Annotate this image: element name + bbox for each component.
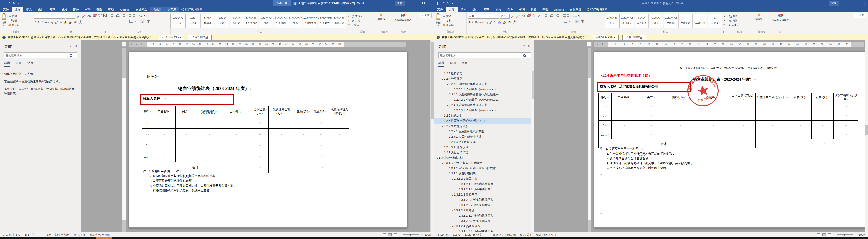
enclose-characters-button[interactable]: 字 [512,20,518,24]
table-cell[interactable]: ↵ [222,129,251,140]
table-cell[interactable]: ↵ [756,130,789,139]
minimize-button[interactable] [849,2,852,5]
font-name-box[interactable]: 宋体▾ [468,13,499,19]
nav-tab-结果[interactable]: 结果 [462,61,467,67]
find-button[interactable]: 查找▾ [728,14,740,19]
ribbon-tab-邮件[interactable]: 邮件 [504,7,516,12]
underline-button[interactable]: U▾ [40,20,44,24]
table-cell[interactable]: ↵ [789,130,811,139]
nav-heading-item[interactable]: 1.2.9 失信自律情况 [434,150,531,155]
signin-button[interactable]: 登录 [829,1,839,6]
tree-expand-icon[interactable]: ◢ [446,92,449,97]
ribbon-tab-布局[interactable]: 布局 [47,7,58,12]
align-center-button[interactable] [114,19,119,24]
zoom-slider-thumb[interactable] [844,234,845,236]
numbering-button[interactable]: 1▾ [115,13,121,18]
shading-button[interactable]: A [73,20,78,24]
zoom-out-button[interactable]: − [833,233,835,236]
table-cell[interactable]: ↵ [222,140,251,151]
print-layout-icon[interactable] [823,233,826,236]
table-cell[interactable]: ……↵ [598,130,612,139]
shrink-font-button[interactable]: A▼ [81,13,86,18]
table-cell[interactable]: ↵ [222,117,251,129]
table-cell[interactable]: ↵ [665,130,696,139]
status-page-number[interactable]: 第 114 页, 共 212 页 [437,233,461,237]
table-cell[interactable]: 2↵ [598,111,612,121]
ribbon-tab-表布局[interactable]: 表布局 [165,7,179,12]
text-effects-button[interactable]: A▾ [493,20,497,24]
find-button[interactable]: 查找▾ [350,14,363,19]
table-cell[interactable]: ↵ [789,102,811,111]
table-cell[interactable]: ↵ [251,140,269,151]
table-cell[interactable]: ↵ [756,111,789,121]
share-button[interactable]: 共享 [420,13,432,18]
table-cell[interactable]: ↵ [197,129,222,140]
style-chip-表内文字[interactable]: AaBbCcDd表内文字 [620,14,634,28]
search-dropdown-icon[interactable]: ⌄ [73,54,76,57]
table-cell[interactable]: 2↵ [142,129,154,140]
select-button[interactable]: 选择▾ [350,23,363,27]
read-mode-icon[interactable] [817,233,820,236]
tree-expand-icon[interactable]: ◢ [446,171,449,176]
table-cell[interactable]: ↵ [811,121,833,130]
superscript-button[interactable]: x2 [489,20,493,24]
zoom-slider[interactable] [837,234,853,235]
table-cell[interactable]: ↵ [175,140,197,151]
font-size-box[interactable]: ▾ [66,13,75,19]
horizontal-ruler[interactable]: 4224681012141618202224262830323436384042… [594,42,864,47]
table-cell[interactable]: ↵ [834,121,858,130]
table-cell[interactable]: ↵ [731,130,756,139]
table-cell[interactable]: ↵ [175,129,197,140]
change-case-button[interactable]: Aa▾ [521,13,527,18]
font-color-button[interactable]: A▾ [68,20,73,24]
table-cell[interactable]: ↵ [696,111,731,121]
ribbon-tab-审阅[interactable]: 审阅 [516,7,528,12]
zoom-percent[interactable]: 100% [859,233,866,236]
dialog-launcher-icon[interactable] [346,31,348,33]
tree-expand-icon[interactable]: ◢ [441,161,444,166]
nav-close-icon[interactable]: ✕ [528,44,530,48]
table-cell[interactable]: ↵ [330,140,349,151]
paragraph-shading-button[interactable]: ◇▾ [574,19,580,24]
ribbon-tab-开始[interactable]: 开始 [446,7,458,12]
table-header-cell[interactable]: 合同编号↵ [222,106,251,117]
get-genuine-office-button[interactable]: 获取正版 Office [159,35,184,40]
nav-heading-item[interactable]: 1.2.3 银行资信 [434,71,531,76]
style-chip-副标题[interactable]: AaBbC副标题 [229,14,244,28]
justify-button[interactable] [558,19,563,24]
table-header-cell[interactable]: 发票代码↵ [789,93,811,102]
table-cell[interactable]: ↵ [811,111,833,121]
align-center-button[interactable] [549,19,553,24]
learn-more-button[interactable]: 了解详细信息 [622,35,646,40]
copy-button[interactable]: 复制 [442,19,455,23]
dialog-launcher-icon[interactable] [539,31,541,33]
table-cell[interactable]: 3↵ [142,140,154,151]
table-cell[interactable]: ↵ [638,111,665,121]
table-header-cell[interactable]: 合同金额 （万元）↵ [251,106,269,117]
style-chip-明显参考[interactable]: AABBCCDDE明显参考 [318,14,332,28]
change-case-button[interactable]: Aa▾ [87,13,92,18]
style-chip-无间隔[interactable]: AaBbCcDd无间隔 [664,14,678,28]
shading-button[interactable]: A [507,20,512,24]
table-cell[interactable]: ↵ [294,129,312,140]
ribbon-tab-插入[interactable]: 插入 [458,7,469,12]
table-cell[interactable]: ↵ [294,151,312,162]
nav-heading-item[interactable]: 1.2.7.3 相关制度文本 [434,139,531,145]
table-header-cell[interactable]: 发票开具金额（万元）↵ [756,93,789,102]
numbering-button[interactable]: 1▾ [549,13,555,18]
increase-indent-button[interactable]: ⇥ [132,13,138,18]
dialog-launcher-icon[interactable] [168,31,170,33]
table-cell[interactable]: ↵ [731,111,756,121]
zoom-slider-thumb[interactable] [410,234,411,236]
table-cell[interactable]: ↵ [756,102,789,111]
table-header-cell[interactable]: 收款方纳税人识别号↵ [834,93,858,102]
styles-gallery-arrows[interactable]: ▲▼▬ [722,14,726,28]
table-cell[interactable]: ↵ [731,121,756,130]
redo-icon[interactable]: ↻ [447,2,450,5]
zoom-out-button[interactable]: − [399,233,401,236]
qat-dropdown-icon[interactable]: ▾ [18,2,19,5]
table-cell[interactable]: ↵ [154,140,175,151]
table-cell[interactable]: ↵ [312,151,330,162]
search-icon[interactable] [523,54,526,57]
zoom-in-button[interactable]: + [421,233,423,236]
